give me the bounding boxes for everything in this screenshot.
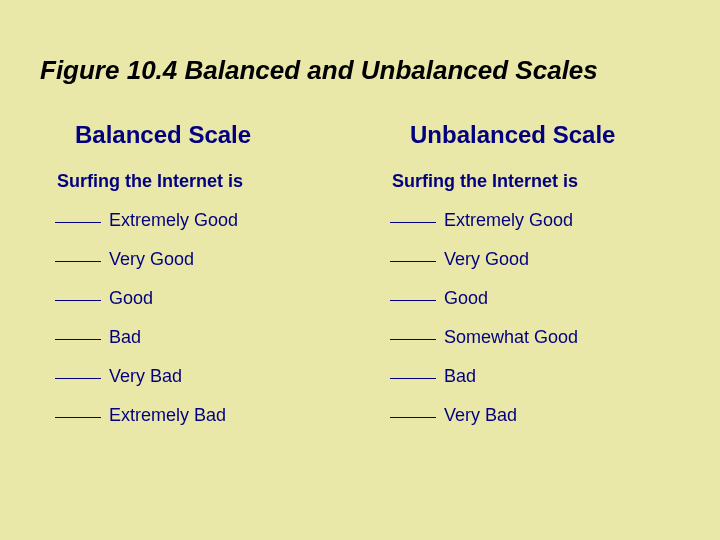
balanced-header: Balanced Scale (55, 121, 330, 149)
columns-container: Balanced Scale Surfing the Internet is E… (0, 121, 720, 442)
balanced-lead: Surfing the Internet is (55, 171, 330, 192)
list-item: Extremely Bad (55, 403, 330, 426)
item-label: Extremely Good (109, 210, 238, 231)
item-label: Good (444, 288, 488, 309)
item-label: Very Good (109, 249, 194, 270)
blank-line (55, 205, 101, 223)
item-label: Extremely Bad (109, 405, 226, 426)
list-item: Good (390, 286, 665, 309)
blank-line (55, 244, 101, 262)
item-label: Very Bad (444, 405, 517, 426)
list-item: Very Good (390, 247, 665, 270)
blank-line (55, 400, 101, 418)
blank-line (55, 283, 101, 301)
list-item: Extremely Good (55, 208, 330, 231)
item-label: Bad (444, 366, 476, 387)
item-label: Good (109, 288, 153, 309)
list-item: Good (55, 286, 330, 309)
figure-title: Figure 10.4 Balanced and Unbalanced Scal… (0, 0, 720, 121)
list-item: Bad (55, 325, 330, 348)
unbalanced-header: Unbalanced Scale (390, 121, 665, 149)
blank-line (390, 361, 436, 379)
list-item: Very Bad (390, 403, 665, 426)
list-item: Very Good (55, 247, 330, 270)
blank-line (390, 400, 436, 418)
blank-line (390, 244, 436, 262)
blank-line (55, 322, 101, 340)
balanced-scale-column: Balanced Scale Surfing the Internet is E… (55, 121, 330, 442)
blank-line (390, 322, 436, 340)
unbalanced-lead: Surfing the Internet is (390, 171, 665, 192)
item-label: Somewhat Good (444, 327, 578, 348)
list-item: Extremely Good (390, 208, 665, 231)
blank-line (390, 205, 436, 223)
list-item: Somewhat Good (390, 325, 665, 348)
item-label: Extremely Good (444, 210, 573, 231)
item-label: Bad (109, 327, 141, 348)
unbalanced-scale-column: Unbalanced Scale Surfing the Internet is… (390, 121, 665, 442)
blank-line (390, 283, 436, 301)
list-item: Bad (390, 364, 665, 387)
blank-line (55, 361, 101, 379)
item-label: Very Bad (109, 366, 182, 387)
list-item: Very Bad (55, 364, 330, 387)
item-label: Very Good (444, 249, 529, 270)
